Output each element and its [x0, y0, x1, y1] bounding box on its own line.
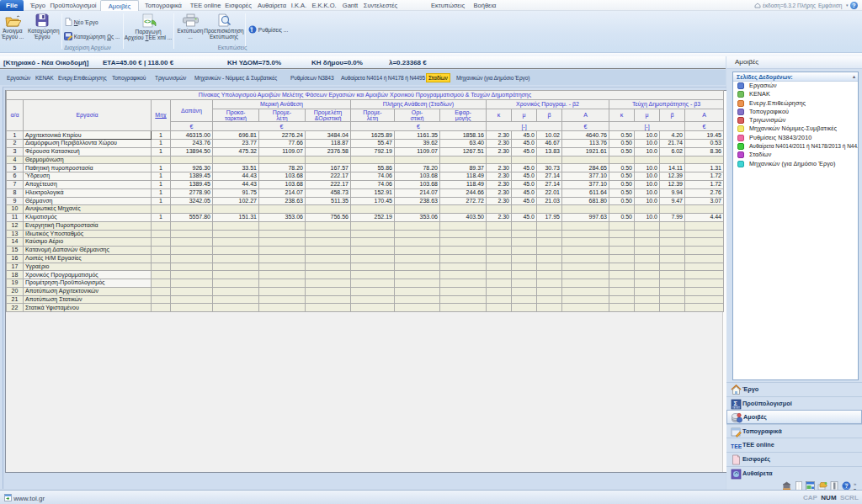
svg-text:i: i	[251, 27, 253, 33]
svg-text:TEE: TEE	[731, 443, 742, 449]
svg-text:<>: <>	[144, 19, 151, 24]
svg-text:?: ?	[844, 483, 848, 489]
svg-text:Σ: Σ	[733, 400, 737, 407]
